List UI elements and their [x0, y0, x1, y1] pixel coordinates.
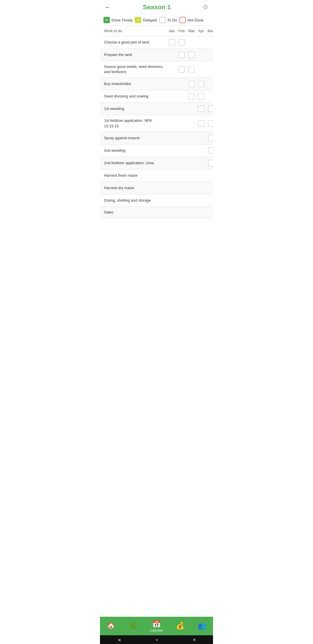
month-cell [206, 169, 213, 182]
month-header-apr: Apr [196, 26, 206, 36]
month-cell [206, 132, 213, 144]
month-cell [196, 61, 206, 78]
month-cell [176, 103, 186, 115]
month-cell [196, 207, 206, 218]
legend-done-timely-label: Done Timely [112, 18, 132, 22]
month-cell [196, 132, 206, 144]
month-cell [187, 194, 196, 207]
task-checkbox[interactable] [188, 52, 195, 58]
month-cell [196, 169, 206, 182]
month-cell [176, 115, 186, 132]
month-cell [196, 103, 206, 115]
task-cell: Source good seeds, seed dressers, and fe… [100, 61, 167, 78]
task-checkbox[interactable] [198, 120, 204, 127]
month-cell [196, 49, 206, 61]
legend-to-do-label: To Do [167, 18, 177, 22]
month-cell [196, 144, 206, 157]
task-checkbox[interactable] [198, 93, 204, 100]
month-cell [196, 90, 206, 103]
task-checkbox[interactable] [169, 39, 175, 46]
month-cell [187, 36, 196, 49]
calendar-table: Work to do Jan Feb Mar Apr May Jun Jul A… [100, 26, 213, 218]
month-cell [196, 157, 206, 169]
task-cell: 1st fertilizer application: NPK 15:15:15 [100, 115, 167, 132]
month-header-may: May [206, 26, 213, 36]
table-row: Harvest dry maize [100, 182, 213, 194]
month-cell [206, 182, 213, 194]
month-cell [167, 194, 176, 207]
task-cell: 2nd weeding [100, 144, 167, 157]
month-cell [206, 103, 213, 115]
month-cell [167, 103, 176, 115]
todo-checkbox-icon [159, 17, 165, 23]
month-cell [176, 36, 186, 49]
task-cell: Buy insecticides [100, 78, 167, 90]
month-cell [187, 103, 196, 115]
month-cell [187, 78, 196, 90]
legend-to-do: To Do [159, 17, 177, 23]
task-checkbox[interactable] [208, 147, 213, 154]
month-cell [176, 144, 186, 157]
calendar-table-container: Work to do Jan Feb Mar Apr May Jun Jul A… [100, 26, 213, 218]
month-cell [187, 61, 196, 78]
table-row: Drying, shelling and storage [100, 194, 213, 207]
page-title: Season 1 [143, 3, 171, 11]
month-cell [176, 157, 186, 169]
month-cell [196, 78, 206, 90]
month-cell [187, 115, 196, 132]
legend-delayed: Delayed [135, 17, 157, 23]
task-cell: Sales [100, 207, 167, 218]
task-checkbox[interactable] [208, 135, 213, 141]
task-cell: Prepare the land [100, 49, 167, 61]
done-timely-checkbox-icon [103, 17, 110, 23]
settings-icon[interactable]: ⚙ [203, 3, 208, 11]
task-checkbox[interactable] [179, 39, 185, 46]
month-header-jan: Jan [167, 26, 176, 36]
task-checkbox[interactable] [188, 66, 195, 73]
table-row: Choose a good plot of land [100, 36, 213, 49]
month-cell [187, 132, 196, 144]
task-checkbox[interactable] [208, 120, 213, 127]
month-cell [206, 49, 213, 61]
month-cell [167, 49, 176, 61]
task-checkbox[interactable] [198, 81, 204, 87]
back-button[interactable]: ← [105, 3, 111, 11]
month-cell [187, 90, 196, 103]
month-cell [196, 115, 206, 132]
month-cell [167, 132, 176, 144]
task-checkbox[interactable] [179, 66, 185, 73]
month-cell [176, 169, 186, 182]
month-cell [206, 90, 213, 103]
month-cell [167, 182, 176, 194]
table-row: 2nd weeding [100, 144, 213, 157]
task-cell: Seed dressing and sowing [100, 90, 167, 103]
month-cell [167, 61, 176, 78]
table-row: Source good seeds, seed dressers, and fe… [100, 61, 213, 78]
table-row: 2nd fertilizer application: Urea [100, 157, 213, 169]
month-cell [167, 144, 176, 157]
task-cell: Choose a good plot of land [100, 36, 167, 49]
month-cell [206, 115, 213, 132]
task-checkbox[interactable] [208, 106, 213, 112]
month-cell [187, 207, 196, 218]
month-cell [176, 132, 186, 144]
scroll-area: Work to do Jan Feb Mar Apr May Jun Jul A… [100, 26, 213, 247]
task-cell: Drying, shelling and storage [100, 194, 167, 207]
table-row: 1st weeding [100, 103, 213, 115]
task-cell: 2nd fertilizer application: Urea [100, 157, 167, 169]
month-cell [206, 194, 213, 207]
task-checkbox[interactable] [198, 106, 204, 112]
table-row: Buy insecticides [100, 78, 213, 90]
task-checkbox[interactable] [188, 81, 195, 87]
task-checkbox[interactable] [188, 93, 195, 100]
app-header: ← Season 1 ⚙ [100, 0, 213, 15]
task-checkbox[interactable] [179, 52, 185, 58]
month-cell [187, 169, 196, 182]
month-cell [176, 49, 186, 61]
month-cell [206, 144, 213, 157]
month-cell [176, 182, 186, 194]
legend-done-timely: Done Timely [103, 17, 132, 23]
table-row: 1st fertilizer application: NPK 15:15:15 [100, 115, 213, 132]
task-checkbox[interactable] [208, 160, 213, 166]
month-cell [196, 194, 206, 207]
